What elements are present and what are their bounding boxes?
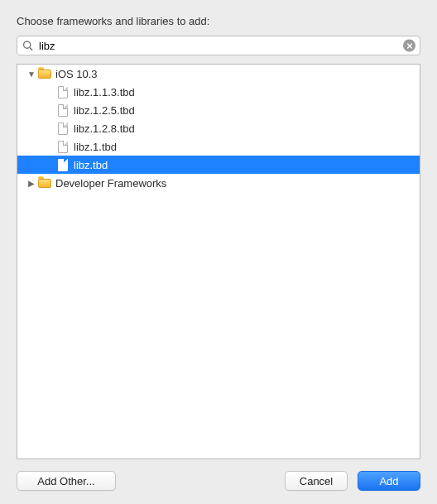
folder-icon [37,66,52,81]
svg-line-1 [30,47,32,50]
search-icon [22,41,33,51]
disclosure-triangle-icon[interactable]: ▶ [27,179,36,188]
tree-row-label: libz.1.1.3.tbd [74,86,135,98]
tree-row-label: Developer Frameworks [55,177,166,190]
svg-point-0 [24,41,31,48]
tree-row-label: libz.tbd [74,159,108,171]
add-button[interactable]: Add [358,471,420,491]
tree-row[interactable]: ▶libz.1.2.5.tbd [17,101,420,119]
add-other-button[interactable]: Add Other... [17,471,116,491]
tree-row[interactable]: ▼iOS 10.3 [17,65,420,83]
file-icon [55,139,70,154]
tree-row-label: libz.1.2.5.tbd [74,104,135,117]
tree-row[interactable]: ▶libz.1.2.8.tbd [17,119,420,137]
button-row: Add Other... Cancel Add [17,471,420,491]
tree-row[interactable]: ▶libz.1.1.3.tbd [17,83,420,101]
dialog-title: Choose frameworks and libraries to add: [17,15,420,27]
tree-row-label: libz.1.tbd [74,141,117,153]
frameworks-tree[interactable]: ▼iOS 10.3▶libz.1.1.3.tbd▶libz.1.2.5.tbd▶… [17,64,420,459]
file-icon [55,84,70,99]
file-icon [55,157,70,172]
file-icon [55,121,70,136]
tree-row[interactable]: ▶libz.1.tbd [17,137,420,156]
tree-row[interactable]: ▶libz.tbd [17,156,420,174]
folder-icon [37,175,52,190]
search-field-wrap [17,36,420,55]
clear-search-icon[interactable] [403,40,415,52]
dialog-panel: Choose frameworks and libraries to add: … [0,0,437,504]
tree-row-label: libz.1.2.8.tbd [74,122,135,135]
search-input[interactable] [17,36,420,55]
tree-row-label: iOS 10.3 [55,68,98,80]
disclosure-triangle-icon[interactable]: ▼ [27,70,36,79]
tree-row[interactable]: ▶Developer Frameworks [17,174,420,192]
file-icon [55,103,70,118]
cancel-button[interactable]: Cancel [285,471,348,491]
